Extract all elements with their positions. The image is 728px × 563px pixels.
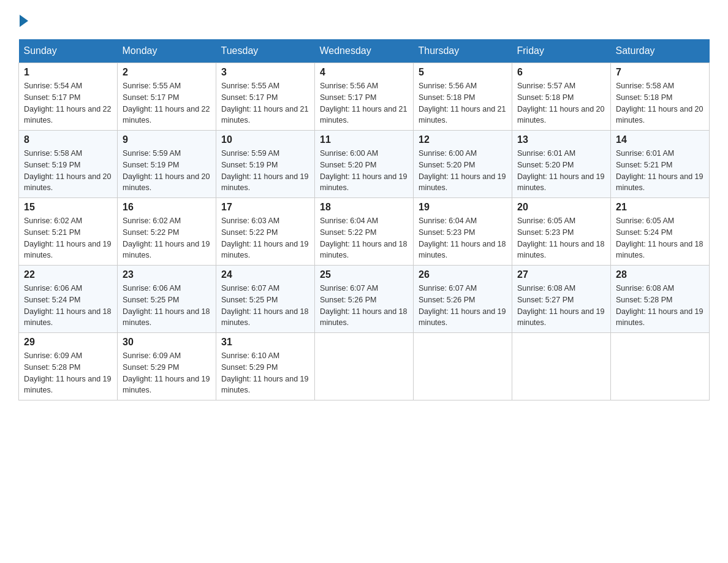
calendar-cell: 31 Sunrise: 6:10 AMSunset: 5:29 PMDaylig… (216, 333, 315, 400)
day-detail: Sunrise: 5:59 AMSunset: 5:19 PMDaylight:… (123, 149, 210, 192)
day-detail: Sunrise: 5:59 AMSunset: 5:19 PMDaylight:… (221, 149, 308, 192)
column-header-wednesday: Wednesday (315, 39, 414, 63)
calendar-cell: 6 Sunrise: 5:57 AMSunset: 5:18 PMDayligh… (512, 63, 611, 131)
day-number: 6 (517, 67, 605, 78)
day-detail: Sunrise: 5:58 AMSunset: 5:18 PMDaylight:… (616, 82, 703, 124)
day-number: 17 (221, 202, 309, 213)
day-detail: Sunrise: 6:02 AMSunset: 5:21 PMDaylight:… (24, 216, 111, 259)
calendar-cell: 18 Sunrise: 6:04 AMSunset: 5:22 PMDaylig… (315, 198, 414, 266)
day-number: 13 (517, 134, 605, 145)
calendar-cell: 24 Sunrise: 6:07 AMSunset: 5:25 PMDaylig… (216, 266, 315, 333)
day-detail: Sunrise: 6:05 AMSunset: 5:23 PMDaylight:… (517, 216, 604, 259)
calendar-cell (414, 333, 512, 400)
calendar-cell (512, 333, 611, 400)
logo-arrow-icon (20, 15, 28, 27)
calendar-cell: 19 Sunrise: 6:04 AMSunset: 5:23 PMDaylig… (414, 198, 512, 266)
calendar-cell (611, 333, 710, 400)
day-detail: Sunrise: 6:10 AMSunset: 5:29 PMDaylight:… (221, 351, 308, 394)
day-detail: Sunrise: 5:56 AMSunset: 5:17 PMDaylight:… (320, 82, 407, 124)
day-number: 2 (123, 67, 211, 78)
calendar-week-row: 15 Sunrise: 6:02 AMSunset: 5:21 PMDaylig… (19, 198, 710, 266)
column-header-thursday: Thursday (414, 39, 512, 63)
day-detail: Sunrise: 6:09 AMSunset: 5:28 PMDaylight:… (24, 351, 111, 394)
day-number: 20 (517, 202, 605, 213)
day-detail: Sunrise: 6:04 AMSunset: 5:22 PMDaylight:… (320, 216, 407, 259)
day-detail: Sunrise: 6:07 AMSunset: 5:25 PMDaylight:… (221, 284, 308, 327)
day-detail: Sunrise: 5:57 AMSunset: 5:18 PMDaylight:… (517, 82, 604, 124)
calendar-cell: 23 Sunrise: 6:06 AMSunset: 5:25 PMDaylig… (118, 266, 216, 333)
day-detail: Sunrise: 6:09 AMSunset: 5:29 PMDaylight:… (123, 351, 210, 394)
calendar-cell: 7 Sunrise: 5:58 AMSunset: 5:18 PMDayligh… (611, 63, 710, 131)
day-detail: Sunrise: 6:01 AMSunset: 5:20 PMDaylight:… (517, 149, 604, 192)
calendar-cell: 13 Sunrise: 6:01 AMSunset: 5:20 PMDaylig… (512, 131, 611, 198)
day-number: 4 (320, 67, 408, 78)
day-detail: Sunrise: 5:55 AMSunset: 5:17 PMDaylight:… (221, 82, 308, 124)
day-number: 5 (419, 67, 507, 78)
column-header-friday: Friday (512, 39, 611, 63)
day-number: 28 (616, 269, 704, 280)
column-header-saturday: Saturday (611, 39, 710, 63)
calendar-cell: 25 Sunrise: 6:07 AMSunset: 5:26 PMDaylig… (315, 266, 414, 333)
day-detail: Sunrise: 6:01 AMSunset: 5:21 PMDaylight:… (616, 149, 703, 192)
day-number: 16 (123, 202, 211, 213)
calendar-week-row: 8 Sunrise: 5:58 AMSunset: 5:19 PMDayligh… (19, 131, 710, 198)
calendar-cell: 1 Sunrise: 5:54 AMSunset: 5:17 PMDayligh… (19, 63, 118, 131)
day-number: 23 (123, 269, 211, 280)
calendar-cell: 26 Sunrise: 6:07 AMSunset: 5:26 PMDaylig… (414, 266, 512, 333)
day-number: 15 (24, 202, 112, 213)
day-number: 24 (221, 269, 309, 280)
day-number: 25 (320, 269, 408, 280)
calendar-cell: 8 Sunrise: 5:58 AMSunset: 5:19 PMDayligh… (19, 131, 118, 198)
day-detail: Sunrise: 5:55 AMSunset: 5:17 PMDaylight:… (123, 82, 210, 124)
day-detail: Sunrise: 6:04 AMSunset: 5:23 PMDaylight:… (419, 216, 506, 259)
day-detail: Sunrise: 5:54 AMSunset: 5:17 PMDaylight:… (24, 82, 111, 124)
day-number: 22 (24, 269, 112, 280)
calendar-cell: 15 Sunrise: 6:02 AMSunset: 5:21 PMDaylig… (19, 198, 118, 266)
column-header-sunday: Sunday (19, 39, 118, 63)
calendar-cell (315, 333, 414, 400)
calendar-week-row: 22 Sunrise: 6:06 AMSunset: 5:24 PMDaylig… (19, 266, 710, 333)
day-number: 10 (221, 134, 309, 145)
day-number: 21 (616, 202, 704, 213)
page-header (18, 12, 710, 27)
day-number: 12 (419, 134, 507, 145)
day-detail: Sunrise: 6:06 AMSunset: 5:24 PMDaylight:… (24, 284, 111, 327)
day-detail: Sunrise: 6:07 AMSunset: 5:26 PMDaylight:… (419, 284, 506, 327)
calendar-cell: 20 Sunrise: 6:05 AMSunset: 5:23 PMDaylig… (512, 198, 611, 266)
day-number: 8 (24, 134, 112, 145)
calendar-week-row: 1 Sunrise: 5:54 AMSunset: 5:17 PMDayligh… (19, 63, 710, 131)
calendar-cell: 14 Sunrise: 6:01 AMSunset: 5:21 PMDaylig… (611, 131, 710, 198)
day-number: 27 (517, 269, 605, 280)
day-detail: Sunrise: 6:07 AMSunset: 5:26 PMDaylight:… (320, 284, 407, 327)
day-number: 18 (320, 202, 408, 213)
day-number: 30 (123, 337, 211, 348)
day-number: 26 (419, 269, 507, 280)
calendar-cell: 21 Sunrise: 6:05 AMSunset: 5:24 PMDaylig… (611, 198, 710, 266)
calendar-cell: 12 Sunrise: 6:00 AMSunset: 5:20 PMDaylig… (414, 131, 512, 198)
calendar-cell: 3 Sunrise: 5:55 AMSunset: 5:17 PMDayligh… (216, 63, 315, 131)
day-number: 14 (616, 134, 704, 145)
calendar-cell: 22 Sunrise: 6:06 AMSunset: 5:24 PMDaylig… (19, 266, 118, 333)
day-number: 29 (24, 337, 112, 348)
calendar-cell: 29 Sunrise: 6:09 AMSunset: 5:28 PMDaylig… (19, 333, 118, 400)
day-number: 31 (221, 337, 309, 348)
day-number: 3 (221, 67, 309, 78)
day-detail: Sunrise: 6:03 AMSunset: 5:22 PMDaylight:… (221, 216, 308, 259)
day-detail: Sunrise: 5:58 AMSunset: 5:19 PMDaylight:… (24, 149, 111, 192)
day-detail: Sunrise: 6:02 AMSunset: 5:22 PMDaylight:… (123, 216, 210, 259)
calendar-cell: 2 Sunrise: 5:55 AMSunset: 5:17 PMDayligh… (118, 63, 216, 131)
calendar-cell: 30 Sunrise: 6:09 AMSunset: 5:29 PMDaylig… (118, 333, 216, 400)
calendar-cell: 4 Sunrise: 5:56 AMSunset: 5:17 PMDayligh… (315, 63, 414, 131)
day-number: 9 (123, 134, 211, 145)
day-number: 19 (419, 202, 507, 213)
calendar-header-row: SundayMondayTuesdayWednesdayThursdayFrid… (19, 39, 710, 63)
calendar-cell: 9 Sunrise: 5:59 AMSunset: 5:19 PMDayligh… (118, 131, 216, 198)
calendar-cell: 5 Sunrise: 5:56 AMSunset: 5:18 PMDayligh… (414, 63, 512, 131)
day-number: 11 (320, 134, 408, 145)
day-detail: Sunrise: 6:00 AMSunset: 5:20 PMDaylight:… (419, 149, 506, 192)
calendar-cell: 16 Sunrise: 6:02 AMSunset: 5:22 PMDaylig… (118, 198, 216, 266)
calendar-cell: 17 Sunrise: 6:03 AMSunset: 5:22 PMDaylig… (216, 198, 315, 266)
day-detail: Sunrise: 6:08 AMSunset: 5:27 PMDaylight:… (517, 284, 604, 327)
day-detail: Sunrise: 6:08 AMSunset: 5:28 PMDaylight:… (616, 284, 703, 327)
column-header-tuesday: Tuesday (216, 39, 315, 63)
